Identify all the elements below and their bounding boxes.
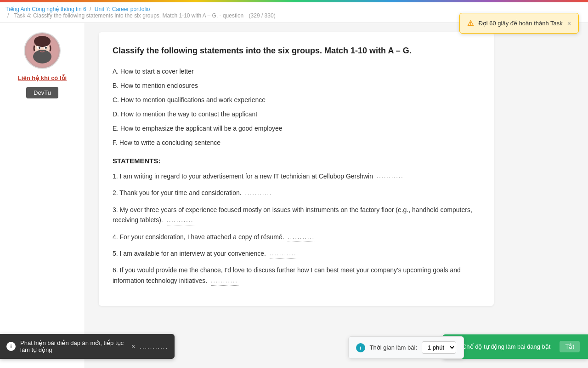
toast-warning-close[interactable]: × [567,20,571,27]
devtu-button[interactable]: DevTu [26,87,58,98]
toast-warning-text: Đợi 60 giây để hoàn thành Task [478,20,562,27]
breadcrumb-level1[interactable]: Tiếng Anh Công nghệ thông tin 6 [6,6,86,12]
option-item-a: A. How to start a cover letter [113,67,480,76]
toast-time: i Thời gian làm bài: 1 phút2 phút3 phút5… [348,336,464,359]
svg-point-6 [45,47,47,49]
answer-blank-1[interactable]: ........... [377,172,404,181]
answer-blank-5[interactable]: ........... [270,249,297,259]
auto-mode-text: Chế độ tự động làm bài đang bật [462,343,551,350]
warning-icon: ⚠ [467,19,474,28]
toast-bottom-left-text: Phát hiện bài điền đáp án mới, tiếp tục … [20,339,125,353]
task-title: Classify the following statements into t… [113,46,480,56]
statement-item-4: 4. For your consideration, I have attach… [113,232,480,242]
statements-list: 1. I am writing in regard to your advert… [113,171,480,286]
sidebar: Liên hệ khi có lỗi DevTu [0,23,85,368]
info-icon-time: i [356,343,365,352]
answer-blank-6[interactable]: ........... [211,276,238,286]
contact-link[interactable]: Liên hệ khi có lỗi [18,75,67,81]
statement-item-1: 1. I am writing in regard to your advert… [113,171,480,181]
breadcrumb-separator: / [7,12,11,19]
toast-auto-mode: ✓ Chế độ tự động làm bài đang bật Tắt [442,334,588,359]
info-icon-left: i [6,342,16,351]
option-item-b: B. How to mention enclosures [113,81,480,91]
toast-bottom-left: i Phát hiện bài điền đáp án mới, tiếp tụ… [0,334,175,359]
answer-blank-2[interactable]: ........... [245,189,273,198]
toast-warning: ⚠ Đợi 60 giây để hoàn thành Task × [459,13,579,34]
time-select[interactable]: 1 phút2 phút3 phút5 phút [422,341,456,354]
time-label: Thời gian làm bài: [370,344,417,351]
bottom-left-dots: ........... [140,343,168,350]
statements-label: STATEMENTS: [113,157,480,165]
main-content: Classify the following statements into t… [85,23,588,368]
option-item-c: C. How to mention qualifications and wor… [113,95,480,105]
avatar [24,32,61,69]
statement-item-5: 5. I am available for an interview at yo… [113,248,480,259]
option-item-e: E. How to emphasize the applicant will b… [113,124,480,133]
task-card: Classify the following statements into t… [99,32,494,306]
options-list: A. How to start a cover letterB. How to … [113,67,480,148]
breadcrumb-count: (329 / 330) [249,12,276,19]
toast-bottom-left-close[interactable]: × [131,343,135,350]
breadcrumb-level3: Task 4: Classify the following statement… [14,12,244,19]
statement-item-3: 3. My over three years of experience foc… [113,205,480,225]
option-item-d: D. How to mention the way to contact the… [113,109,480,119]
option-item-f: F. How to write a concluding sentence [113,138,480,148]
tat-button[interactable]: Tắt [560,341,580,352]
svg-point-5 [39,47,40,49]
answer-blank-3[interactable]: ........... [167,216,194,225]
statement-item-2: 2. Thank you for your time and considera… [113,188,480,198]
statement-item-6: 6. If you would provide me the chance, I… [113,265,480,286]
answer-blank-4[interactable]: ........... [288,233,315,242]
breadcrumb-level2[interactable]: Unit 7: Career portfolio [95,6,150,12]
svg-point-7 [34,36,51,47]
